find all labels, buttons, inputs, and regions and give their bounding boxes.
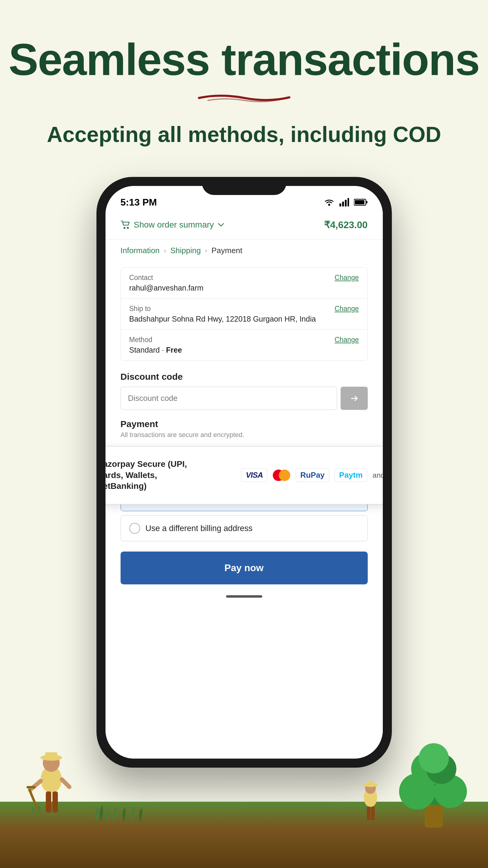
info-card: Contact Change rahul@anveshan.farm Ship … bbox=[121, 267, 368, 361]
razorpay-strip[interactable]: Razorpay Secure (UPI, Cards, Wallets, Ne… bbox=[105, 446, 383, 504]
ship-to-label: Ship to bbox=[129, 305, 151, 313]
hero-title: Seamless transactions bbox=[8, 36, 479, 83]
page-wrapper: Seamless transactions Accepting all meth… bbox=[0, 0, 488, 868]
mastercard-logo bbox=[273, 470, 290, 481]
breadcrumb-sep-1: › bbox=[164, 247, 166, 255]
method-change[interactable]: Change bbox=[335, 336, 359, 344]
plants-svg bbox=[90, 795, 151, 825]
underline-decoration bbox=[184, 92, 304, 104]
svg-point-0 bbox=[328, 204, 330, 206]
svg-rect-6 bbox=[366, 201, 367, 204]
and-more-text: and more... bbox=[372, 471, 383, 479]
svg-point-8 bbox=[124, 227, 125, 228]
phone-container: 5:13 PM bbox=[96, 177, 392, 768]
svg-rect-23 bbox=[367, 781, 374, 786]
breadcrumb-shipping[interactable]: Shipping bbox=[170, 246, 201, 255]
contact-value: rahul@anveshan.farm bbox=[129, 284, 359, 292]
pay-now-button[interactable]: Pay now bbox=[121, 552, 368, 584]
plants-mid bbox=[90, 795, 151, 826]
payment-subtitle: All transactions are secure and encrypte… bbox=[121, 431, 368, 439]
order-total: ₹4,623.00 bbox=[324, 219, 368, 230]
signal-icon bbox=[339, 198, 349, 207]
checkout-screen: Show order summary ₹4,623.00 Information… bbox=[105, 210, 383, 758]
discount-input[interactable] bbox=[121, 387, 337, 410]
breadcrumb-sep-2: › bbox=[205, 247, 207, 255]
phone-frame: 5:13 PM bbox=[96, 177, 392, 768]
svg-rect-3 bbox=[345, 200, 347, 207]
tree-right bbox=[389, 722, 479, 829]
contact-row: Contact Change rahul@anveshan.farm bbox=[121, 268, 367, 299]
contact-change[interactable]: Change bbox=[335, 274, 359, 282]
svg-rect-1 bbox=[339, 204, 341, 207]
ship-to-row: Ship to Change Badshahpur Sohna Rd Hwy, … bbox=[121, 299, 367, 330]
order-summary-left: Show order summary bbox=[121, 220, 224, 230]
svg-rect-16 bbox=[46, 792, 51, 812]
method-bold: Free bbox=[166, 346, 182, 354]
discount-row bbox=[121, 387, 368, 410]
svg-rect-2 bbox=[342, 202, 344, 207]
breadcrumb-information[interactable]: Information bbox=[121, 246, 160, 255]
status-icons bbox=[324, 198, 368, 207]
cart-icon bbox=[121, 221, 130, 229]
scroll-indicator bbox=[226, 595, 262, 598]
phone-notch bbox=[202, 177, 286, 195]
status-time: 5:13 PM bbox=[121, 197, 157, 208]
farmer-left bbox=[24, 740, 79, 826]
order-summary-bar[interactable]: Show order summary ₹4,623.00 bbox=[105, 210, 383, 240]
svg-rect-7 bbox=[355, 200, 364, 204]
ground-area bbox=[0, 741, 488, 868]
method-value: Standard · Free bbox=[129, 346, 359, 354]
discount-apply-button[interactable] bbox=[341, 387, 368, 410]
order-summary-label: Show order summary bbox=[134, 220, 214, 230]
svg-rect-19 bbox=[27, 786, 36, 788]
visa-logo: VISA bbox=[241, 468, 267, 482]
svg-line-14 bbox=[30, 781, 41, 790]
svg-rect-13 bbox=[45, 752, 57, 759]
svg-rect-24 bbox=[367, 807, 370, 820]
contact-label: Contact bbox=[129, 274, 153, 282]
farmer-right-svg bbox=[355, 776, 386, 825]
method-plain: Standard · bbox=[129, 346, 166, 354]
hero-subtitle: Accepting all methods, including COD bbox=[47, 122, 441, 147]
billing-different-address-option[interactable]: Use a different billing address bbox=[121, 516, 368, 541]
ship-to-change[interactable]: Change bbox=[335, 305, 359, 313]
radio-different-unchecked bbox=[129, 523, 140, 534]
farmer-right bbox=[355, 776, 386, 826]
payment-title: Payment bbox=[121, 419, 368, 429]
phone-screen: 5:13 PM bbox=[105, 186, 383, 758]
ship-to-value: Badshahpur Sohna Rd Hwy, 122018 Gurgaon … bbox=[129, 315, 359, 323]
svg-point-32 bbox=[419, 743, 449, 773]
razorpay-label: Razorpay Secure (UPI, Cards, Wallets, Ne… bbox=[105, 459, 206, 492]
rupay-logo: RuPay bbox=[296, 468, 329, 482]
billing-different-label: Use a different billing address bbox=[146, 524, 252, 533]
chevron-down-icon bbox=[218, 223, 224, 227]
svg-rect-25 bbox=[371, 807, 375, 820]
svg-rect-17 bbox=[53, 792, 58, 812]
svg-line-15 bbox=[62, 779, 69, 787]
discount-title: Discount code bbox=[121, 372, 368, 382]
breadcrumb: Information › Shipping › Payment bbox=[105, 240, 383, 261]
tree-svg bbox=[389, 722, 479, 828]
payment-logos: VISA RuPay Paytm and more... bbox=[241, 468, 383, 482]
breadcrumb-payment: Payment bbox=[211, 246, 242, 255]
paytm-logo: Paytm bbox=[335, 468, 367, 482]
method-row: Method Change Standard · Free bbox=[121, 330, 367, 361]
battery-icon bbox=[354, 198, 368, 206]
arrow-right-icon bbox=[349, 394, 359, 403]
svg-rect-4 bbox=[347, 198, 349, 207]
svg-point-9 bbox=[127, 227, 128, 228]
wifi-icon bbox=[324, 198, 335, 207]
farmer-left-svg bbox=[24, 740, 79, 825]
svg-line-18 bbox=[30, 790, 38, 809]
mc-orange-circle bbox=[279, 470, 290, 481]
method-label: Method bbox=[129, 336, 153, 344]
